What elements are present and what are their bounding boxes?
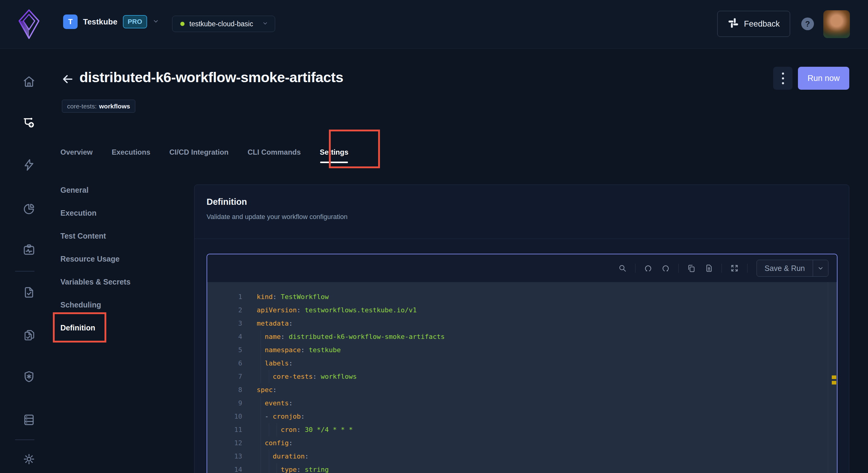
workflow-label-badge: core-tests: workflows (62, 100, 135, 113)
code-line[interactable]: 12 config: (207, 437, 837, 450)
line-number: 1 (207, 290, 257, 304)
copy-button[interactable] (685, 261, 698, 275)
code-editor-area[interactable]: 1kind: TestWorkflow2apiVersion: testwork… (207, 282, 837, 473)
toolbar-divider (678, 264, 679, 273)
indent-guide (269, 423, 269, 437)
workflow-tabs: Overview Executions CI/CD Integration CL… (60, 137, 348, 163)
expand-icon (730, 264, 739, 273)
org-switcher[interactable]: T Testkube PRO (63, 14, 159, 29)
tab-settings[interactable]: Settings (320, 137, 348, 163)
editor-toolbar: Save & Run (207, 254, 837, 282)
help-button[interactable]: ? (801, 18, 814, 30)
environment-select[interactable]: testkube-cloud-basic (172, 16, 275, 32)
code-text: kind: TestWorkflow (257, 290, 329, 304)
more-actions-button[interactable] (773, 67, 793, 90)
sidebar-divider (15, 271, 34, 272)
code-text: core-tests: workflows (257, 370, 357, 383)
code-line[interactable]: 4 name: distributed-k6-workflow-smoke-ar… (207, 330, 837, 343)
diff-document-button[interactable] (702, 261, 715, 275)
testkube-logo-icon (18, 8, 40, 41)
toolbar-divider (635, 264, 636, 273)
kebab-icon (782, 72, 784, 74)
ruler-marker (832, 381, 836, 384)
yaml-editor: Save & Run 1kind: TestWorkflow2apiVersio… (207, 254, 837, 473)
label-value: workflows (99, 103, 130, 110)
code-line[interactable]: 6 labels: (207, 357, 837, 370)
code-line[interactable]: 9 events: (207, 397, 837, 410)
sidebar-item-test-suites[interactable] (22, 328, 36, 342)
feedback-button[interactable]: Feedback (717, 11, 790, 37)
tab-executions[interactable]: Executions (112, 137, 150, 163)
save-and-run-button[interactable]: Save & Run (756, 260, 829, 277)
sidebar-item-insights[interactable] (22, 202, 36, 215)
editor-overview-ruler[interactable] (828, 282, 837, 473)
test-suites-files-icon (22, 328, 36, 342)
sidebar-item-webhooks[interactable] (22, 370, 36, 383)
run-now-button[interactable]: Run now (798, 67, 849, 90)
code-line[interactable]: 2apiVersion: testworkflows.testkube.io/v… (207, 304, 837, 317)
sidebar-item-settings[interactable] (22, 452, 36, 466)
search-button[interactable] (616, 261, 629, 275)
code-line[interactable]: 7 core-tests: workflows (207, 370, 837, 383)
sidebar-item-test-workflows[interactable] (22, 116, 36, 130)
code-line[interactable]: 5 namespace: testkube (207, 343, 837, 357)
code-line[interactable]: 11 cron: 30 */4 * * * (207, 423, 837, 437)
redo-button[interactable] (659, 261, 672, 275)
settings-nav-scheduling[interactable]: Scheduling (60, 293, 130, 316)
sidebar-item-tests[interactable] (22, 286, 36, 299)
sidebar-item-home[interactable] (22, 75, 36, 88)
chevron-down-icon (262, 20, 268, 28)
user-avatar[interactable] (823, 10, 850, 38)
sidebar-item-triggers[interactable] (22, 158, 36, 171)
line-number: 11 (207, 423, 257, 437)
save-and-run-label: Save & Run (757, 260, 813, 276)
code-text: - cronjob: (257, 410, 305, 423)
code-text: config: (257, 437, 293, 450)
code-text: name: distributed-k6-workflow-smoke-arti… (257, 330, 445, 343)
top-bar: T Testkube PRO testkube-cloud-basic (0, 0, 868, 49)
org-avatar: T (63, 14, 78, 29)
settings-nav-test-content[interactable]: Test Content (60, 224, 130, 247)
line-number: 3 (207, 317, 257, 330)
settings-nav-resource-usage[interactable]: Resource Usage (60, 247, 130, 270)
triggers-bolt-icon (22, 158, 36, 171)
sidebar-divider (15, 439, 34, 440)
sidebar-item-sources[interactable] (22, 413, 36, 427)
expand-button[interactable] (728, 261, 741, 275)
diff-document-icon (704, 264, 713, 273)
app-window: T Testkube PRO testkube-cloud-basic (0, 0, 868, 473)
test-file-check-icon (22, 286, 36, 299)
panel-subtitle: Validate and update your workflow config… (207, 213, 837, 221)
settings-nav-general[interactable]: General (60, 179, 130, 201)
help-icon: ? (805, 19, 810, 29)
line-number: 13 (207, 450, 257, 463)
code-line[interactable]: 3metadata: (207, 317, 837, 330)
tab-overview[interactable]: Overview (60, 137, 93, 163)
code-line[interactable]: 13 duration: (207, 450, 837, 463)
sidebar-item-health-monitoring[interactable] (22, 243, 36, 256)
indent-guide (269, 370, 269, 383)
code-text: labels: (257, 357, 293, 370)
definition-panel: Definition Validate and update your work… (194, 185, 849, 473)
code-line[interactable]: 10 - cronjob: (207, 410, 837, 423)
settings-nav-definition[interactable]: Definition (60, 316, 130, 339)
toolbar-divider (721, 264, 722, 273)
environment-status-dot (180, 22, 185, 26)
indent-guide (269, 450, 269, 463)
settings-nav-execution[interactable]: Execution (60, 201, 130, 224)
tab-cli-commands[interactable]: CLI Commands (248, 137, 301, 163)
line-number: 14 (207, 463, 257, 473)
chevron-down-icon[interactable] (813, 260, 828, 276)
undo-button[interactable] (642, 261, 655, 275)
settings-nav-variables-secrets[interactable]: Variables & Secrets (60, 270, 130, 293)
code-line[interactable]: 1kind: TestWorkflow (207, 290, 837, 304)
shield-gear-icon (22, 370, 36, 383)
health-monitor-icon (22, 243, 36, 256)
code-line[interactable]: 8spec: (207, 383, 837, 397)
arrow-left-icon (61, 72, 74, 86)
tab-cicd-integration[interactable]: CI/CD Integration (169, 137, 229, 163)
code-text: spec: (257, 383, 277, 397)
code-line[interactable]: 14 type: string (207, 463, 837, 473)
back-button[interactable] (61, 72, 74, 86)
code-text: metadata: (257, 317, 293, 330)
